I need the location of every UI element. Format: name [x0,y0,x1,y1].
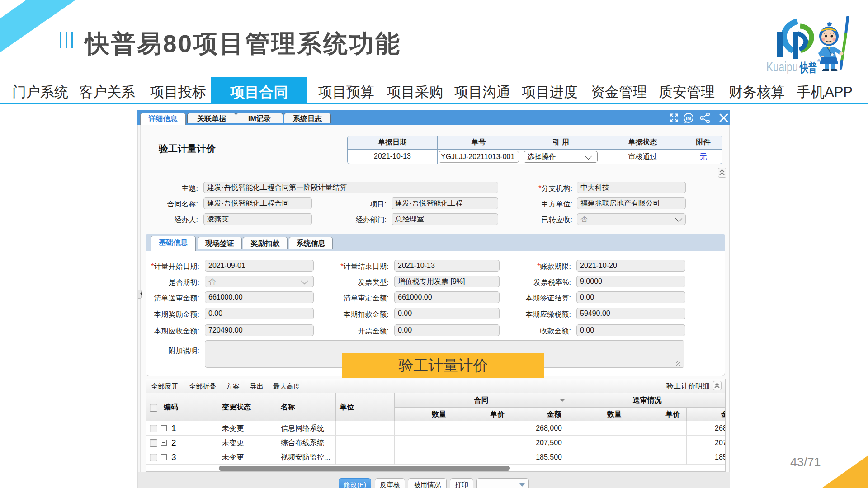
svg-text:IM: IM [686,116,691,121]
svg-text:快普: 快普 [799,61,817,75]
svg-text:Kuaipu: Kuaipu [766,59,798,74]
